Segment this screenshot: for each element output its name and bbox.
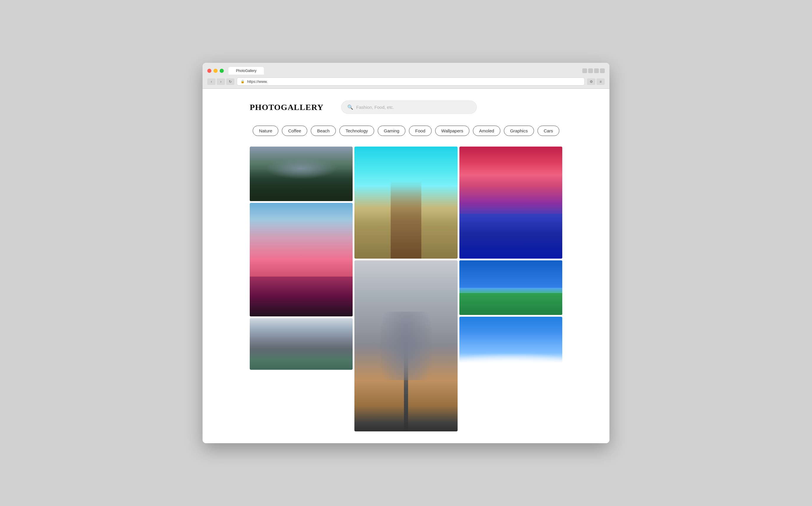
gallery-item[interactable]	[354, 147, 457, 259]
window-btn-4[interactable]	[600, 68, 605, 73]
browser-controls: PhotoGallery	[207, 67, 605, 75]
address-text: https://www.	[247, 79, 268, 84]
categories: NatureCoffeeBeachTechnologyGamingFoodWal…	[250, 125, 562, 136]
gallery-column-3	[459, 147, 562, 431]
close-button[interactable]	[207, 69, 211, 73]
refresh-button[interactable]: ↻	[226, 78, 235, 85]
gallery-item[interactable]	[459, 260, 562, 315]
gallery-item[interactable]	[459, 317, 562, 368]
traffic-lights	[207, 69, 224, 73]
photo-clouds	[459, 317, 562, 368]
category-chip[interactable]: Coffee	[282, 125, 307, 136]
gallery-item[interactable]	[250, 318, 353, 370]
photo-mountain-forest	[250, 147, 353, 201]
category-chip[interactable]: Cars	[538, 125, 559, 136]
category-chip[interactable]: Gaming	[378, 125, 406, 136]
browser-content: PhotoGallery 🔍 Fashion, Food, etc. Natur…	[202, 89, 610, 443]
photo-sunset-lake	[459, 147, 562, 259]
gallery-column-2	[354, 147, 457, 431]
photo-beach-boardwalk	[354, 147, 457, 259]
photo-mountain-river	[250, 318, 353, 370]
gallery-item[interactable]	[250, 203, 353, 316]
active-tab[interactable]: PhotoGallery	[229, 67, 264, 75]
back-button[interactable]: ‹	[207, 78, 215, 85]
window-btn-3[interactable]	[594, 68, 599, 73]
photo-blue-sky-field	[459, 260, 562, 315]
category-chip[interactable]: Amoled	[473, 125, 501, 136]
search-icon: 🔍	[347, 104, 353, 110]
nav-buttons: ‹ › ↻	[207, 78, 235, 85]
menu-button[interactable]: ≡	[597, 78, 605, 85]
category-chip[interactable]: Wallpapers	[435, 125, 469, 136]
browser-window: PhotoGallery ‹ › ↻ 🔒 https://www. ⚙ ≡	[202, 63, 610, 443]
minimize-button[interactable]	[213, 69, 217, 73]
gallery-column-1	[250, 147, 353, 431]
gallery-item[interactable]	[459, 147, 562, 259]
extensions-button[interactable]: ⚙	[587, 78, 595, 85]
category-chip[interactable]: Graphics	[504, 125, 534, 136]
category-chip[interactable]: Technology	[339, 125, 374, 136]
category-chip[interactable]: Nature	[253, 125, 278, 136]
address-bar-row: ‹ › ↻ 🔒 https://www. ⚙ ≡	[207, 78, 605, 86]
site-header: PhotoGallery 🔍 Fashion, Food, etc.	[250, 100, 562, 114]
tab-label: PhotoGallery	[236, 69, 256, 73]
forward-button[interactable]: ›	[217, 78, 225, 85]
window-btn-1[interactable]	[582, 68, 587, 73]
category-chip[interactable]: Beach	[311, 125, 336, 136]
category-chip[interactable]: Food	[409, 125, 431, 136]
address-bar[interactable]: 🔒 https://www.	[237, 78, 585, 86]
browser-titlebar: PhotoGallery ‹ › ↻ 🔒 https://www. ⚙ ≡	[202, 63, 610, 89]
gallery-item[interactable]	[250, 147, 353, 201]
photo-road-mountains	[354, 260, 457, 431]
search-placeholder: Fashion, Food, etc.	[356, 105, 394, 110]
site-logo: PhotoGallery	[250, 103, 324, 112]
maximize-button[interactable]	[220, 69, 224, 73]
photo-pink-sky	[250, 203, 353, 316]
lock-icon: 🔒	[241, 80, 245, 83]
window-btn-2[interactable]	[588, 68, 593, 73]
gallery-item[interactable]	[354, 260, 457, 431]
search-bar[interactable]: 🔍 Fashion, Food, etc.	[341, 100, 477, 114]
gallery-grid	[250, 147, 562, 431]
